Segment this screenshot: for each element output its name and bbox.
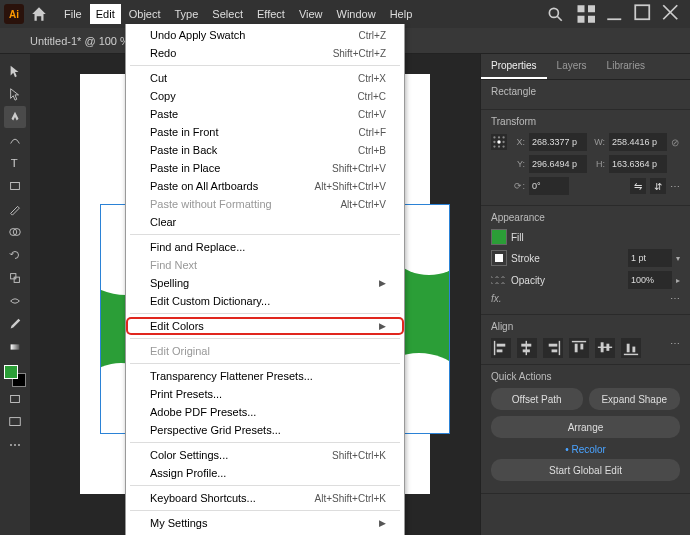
document-tab[interactable]: Untitled-1* @ 100 % <box>30 35 130 47</box>
menu-type[interactable]: Type <box>169 4 205 24</box>
more-options-icon[interactable]: ⋯ <box>670 293 680 304</box>
link-wh-icon[interactable]: ⊘ <box>671 137 679 148</box>
menu-edit[interactable]: Edit <box>90 4 121 24</box>
menu-item-paste[interactable]: PasteCtrl+V <box>126 105 404 123</box>
menu-help[interactable]: Help <box>384 4 419 24</box>
svg-point-23 <box>497 140 500 143</box>
menu-item-clear[interactable]: Clear <box>126 213 404 231</box>
menu-select[interactable]: Select <box>206 4 249 24</box>
rotate-tool[interactable] <box>4 244 26 266</box>
maximize-icon[interactable] <box>630 4 658 24</box>
expand-shape-button[interactable]: Expand Shape <box>589 388 681 410</box>
flip-h-icon[interactable]: ⇋ <box>630 178 646 194</box>
menu-item-paste-in-back[interactable]: Paste in BackCtrl+B <box>126 141 404 159</box>
start-global-edit-button[interactable]: Start Global Edit <box>491 459 680 481</box>
fx-label[interactable]: fx. <box>491 293 502 304</box>
menu-item-keyboard-shortcuts[interactable]: Keyboard Shortcuts...Alt+Shift+Ctrl+K <box>126 489 404 507</box>
menu-item-spelling[interactable]: Spelling▶ <box>126 274 404 292</box>
direct-select-tool[interactable] <box>4 83 26 105</box>
w-field[interactable] <box>609 133 667 151</box>
eyedropper-tool[interactable] <box>4 313 26 335</box>
menu-item-transparency-flattener-presets[interactable]: Transparency Flattener Presets... <box>126 367 404 385</box>
tab-properties[interactable]: Properties <box>481 54 547 79</box>
workspace-switcher-icon[interactable] <box>574 4 602 24</box>
svg-point-27 <box>502 145 504 147</box>
shape-builder-tool[interactable] <box>4 221 26 243</box>
screen-mode[interactable] <box>4 411 26 433</box>
stroke-swatch[interactable] <box>491 250 507 266</box>
type-tool[interactable]: T <box>4 152 26 174</box>
scale-tool[interactable] <box>4 267 26 289</box>
fill-stroke-swatch[interactable] <box>4 365 26 387</box>
svg-rect-29 <box>497 344 506 347</box>
rectangle-tool[interactable] <box>4 175 26 197</box>
menu-item-paste-in-place[interactable]: Paste in PlaceShift+Ctrl+V <box>126 159 404 177</box>
paintbrush-tool[interactable] <box>4 198 26 220</box>
align-vcenter-icon[interactable] <box>595 338 615 358</box>
menu-item-copy[interactable]: CopyCtrl+C <box>126 87 404 105</box>
more-options-icon[interactable]: ⋯ <box>670 181 680 192</box>
menu-item-redo[interactable]: RedoShift+Ctrl+Z <box>126 44 404 62</box>
stroke-weight-field[interactable] <box>628 249 672 267</box>
menu-effect[interactable]: Effect <box>251 4 291 24</box>
align-title: Align <box>491 321 680 332</box>
x-field[interactable] <box>529 133 587 151</box>
h-field[interactable] <box>609 155 667 173</box>
fill-swatch[interactable] <box>491 229 507 245</box>
arrange-button[interactable]: Arrange <box>491 416 680 438</box>
width-tool[interactable] <box>4 290 26 312</box>
recolor-link[interactable]: Recolor <box>491 444 680 455</box>
flip-v-icon[interactable]: ⇵ <box>650 178 666 194</box>
home-icon[interactable] <box>30 5 48 23</box>
menu-item-adobe-pdf-presets[interactable]: Adobe PDF Presets... <box>126 403 404 421</box>
more-options-icon[interactable]: ⋯ <box>670 338 680 358</box>
pen-tool[interactable] <box>4 106 26 128</box>
chevron-right-icon[interactable]: ▸ <box>676 276 680 285</box>
tab-layers[interactable]: Layers <box>547 54 597 79</box>
align-right-icon[interactable] <box>543 338 563 358</box>
chevron-down-icon[interactable]: ▾ <box>676 254 680 263</box>
menu-item-shortcut: Shift+Ctrl+K <box>332 450 386 461</box>
edit-toolbar[interactable]: ⋯ <box>4 434 26 456</box>
svg-point-26 <box>498 145 500 147</box>
menu-item-undo-apply-swatch[interactable]: Undo Apply SwatchCtrl+Z <box>126 26 404 44</box>
align-hcenter-icon[interactable] <box>517 338 537 358</box>
menu-item-label: Find and Replace... <box>150 241 386 253</box>
align-left-icon[interactable] <box>491 338 511 358</box>
align-bottom-icon[interactable] <box>621 338 641 358</box>
minimize-icon[interactable] <box>602 4 630 24</box>
y-field[interactable] <box>529 155 587 173</box>
opacity-field[interactable] <box>628 271 672 289</box>
menu-item-perspective-grid-presets[interactable]: Perspective Grid Presets... <box>126 421 404 439</box>
curvature-tool[interactable] <box>4 129 26 151</box>
tab-libraries[interactable]: Libraries <box>597 54 655 79</box>
menu-window[interactable]: Window <box>331 4 382 24</box>
menu-item-label: Print Presets... <box>150 388 386 400</box>
align-top-icon[interactable] <box>569 338 589 358</box>
menu-item-cut[interactable]: CutCtrl+X <box>126 69 404 87</box>
menu-item-print-presets[interactable]: Print Presets... <box>126 385 404 403</box>
svg-rect-38 <box>575 344 578 353</box>
menu-item-assign-profile[interactable]: Assign Profile... <box>126 464 404 482</box>
offset-path-button[interactable]: Offset Path <box>491 388 583 410</box>
menu-object[interactable]: Object <box>123 4 167 24</box>
menu-item-edit-custom-dictionary[interactable]: Edit Custom Dictionary... <box>126 292 404 310</box>
opacity-swatch[interactable] <box>491 272 507 288</box>
menu-view[interactable]: View <box>293 4 329 24</box>
search-icon[interactable] <box>546 5 564 23</box>
menu-item-paste-on-all-artboards[interactable]: Paste on All ArtboardsAlt+Shift+Ctrl+V <box>126 177 404 195</box>
gradient-tool[interactable] <box>4 336 26 358</box>
rotate-field[interactable] <box>529 177 569 195</box>
menu-item-label: Undo Apply Swatch <box>150 29 359 41</box>
svg-rect-2 <box>578 5 585 12</box>
menu-item-paste-in-front[interactable]: Paste in FrontCtrl+F <box>126 123 404 141</box>
close-icon[interactable] <box>658 4 686 24</box>
draw-mode[interactable] <box>4 388 26 410</box>
menu-file[interactable]: File <box>58 4 88 24</box>
menu-item-color-settings[interactable]: Color Settings...Shift+Ctrl+K <box>126 446 404 464</box>
menu-item-find-and-replace[interactable]: Find and Replace... <box>126 238 404 256</box>
menu-item-edit-colors[interactable]: Edit Colors▶ <box>126 317 404 335</box>
menu-item-my-settings[interactable]: My Settings▶ <box>126 514 404 532</box>
selection-tool[interactable] <box>4 60 26 82</box>
reference-point-icon[interactable] <box>491 134 507 150</box>
